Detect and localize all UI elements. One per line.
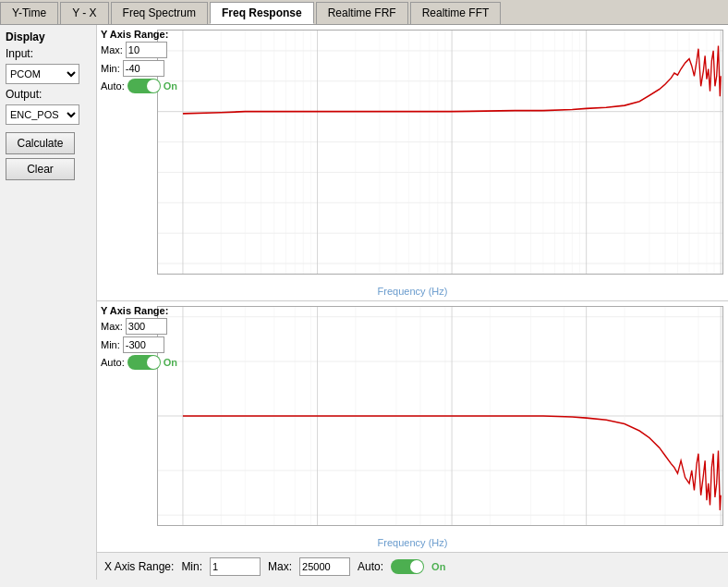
magnitude-x-label: Frequency (Hz) <box>378 286 448 297</box>
bottom-auto-toggle[interactable] <box>127 355 161 370</box>
top-max-input[interactable] <box>126 42 167 58</box>
bottom-max-label: Max: <box>101 321 123 332</box>
tab-freq-response[interactable]: Freq Response <box>210 2 314 24</box>
x-axis-max-input[interactable] <box>299 557 350 576</box>
x-auto-toggle[interactable] <box>391 559 424 574</box>
bottom-max-input[interactable] <box>126 318 167 335</box>
svg-rect-0 <box>158 31 722 274</box>
top-y-range-label: Y Axis Range: <box>101 29 177 40</box>
tab-realtime-frf[interactable]: Realtime FRF <box>316 2 408 24</box>
left-panel: Display Input: PCOM CH1 CH2 Output: ENC_… <box>0 25 97 580</box>
top-max-label: Max: <box>101 44 123 55</box>
top-min-label: Min: <box>101 63 120 74</box>
tab-realtime-fft[interactable]: Realtime FFT <box>410 2 502 24</box>
bottom-auto-value: On <box>164 357 177 368</box>
output-label: Output: <box>6 88 91 101</box>
top-auto-label: Auto: <box>101 80 125 92</box>
bottom-min-input[interactable] <box>123 336 164 353</box>
x-axis-auto-label: Auto: <box>358 560 383 573</box>
x-axis-min-label: Min: <box>181 560 202 573</box>
output-select[interactable]: ENC_POS CH1 CH2 <box>6 104 79 125</box>
top-auto-value: On <box>164 80 177 92</box>
bottom-y-axis-controls: Y Axis Range: Max: Min: Auto: On <box>101 305 177 370</box>
top-min-input[interactable] <box>123 60 164 77</box>
x-axis-bar: X Axis Range: Min: Max: Auto: On <box>97 552 728 580</box>
input-select[interactable]: PCOM CH1 CH2 <box>6 64 79 84</box>
magnitude-svg: 20 10 0 -10 -20 -30 -40 -50 1 10 100 100… <box>157 30 723 275</box>
x-axis-min-input[interactable] <box>210 557 261 576</box>
x-axis-max-label: Max: <box>268 560 292 573</box>
tab-y-x[interactable]: Y - X <box>60 2 108 24</box>
phase-chart: Y Axis Range: Max: Min: Auto: On Phase (… <box>97 301 728 552</box>
tab-freq-spectrum[interactable]: Freq Spectrum <box>111 2 208 24</box>
charts-area: Y Axis Range: Max: Min: Auto: On Magnitu… <box>97 25 728 580</box>
bottom-y-range-label: Y Axis Range: <box>101 305 177 316</box>
magnitude-chart: Y Axis Range: Max: Min: Auto: On Magnitu… <box>97 25 728 301</box>
calculate-button[interactable]: Calculate <box>6 132 75 154</box>
top-auto-toggle[interactable] <box>127 79 161 93</box>
tab-y-time[interactable]: Y-Time <box>0 2 58 24</box>
display-label: Display <box>6 31 91 43</box>
input-label: Input: <box>6 47 91 60</box>
bottom-auto-label: Auto: <box>101 357 125 368</box>
phase-x-label: Frequency (Hz) <box>378 537 448 548</box>
clear-button[interactable]: Clear <box>6 158 75 180</box>
phase-svg: 400 200 0 -200 -400 1 10 100 1000 10000 <box>157 306 723 526</box>
bottom-min-label: Min: <box>101 339 120 350</box>
x-axis-range-label: X Axis Range: <box>104 560 174 573</box>
tab-bar: Y-Time Y - X Freq Spectrum Freq Response… <box>0 0 728 25</box>
x-auto-value: On <box>431 561 445 572</box>
top-y-axis-controls: Y Axis Range: Max: Min: Auto: On <box>101 29 177 93</box>
